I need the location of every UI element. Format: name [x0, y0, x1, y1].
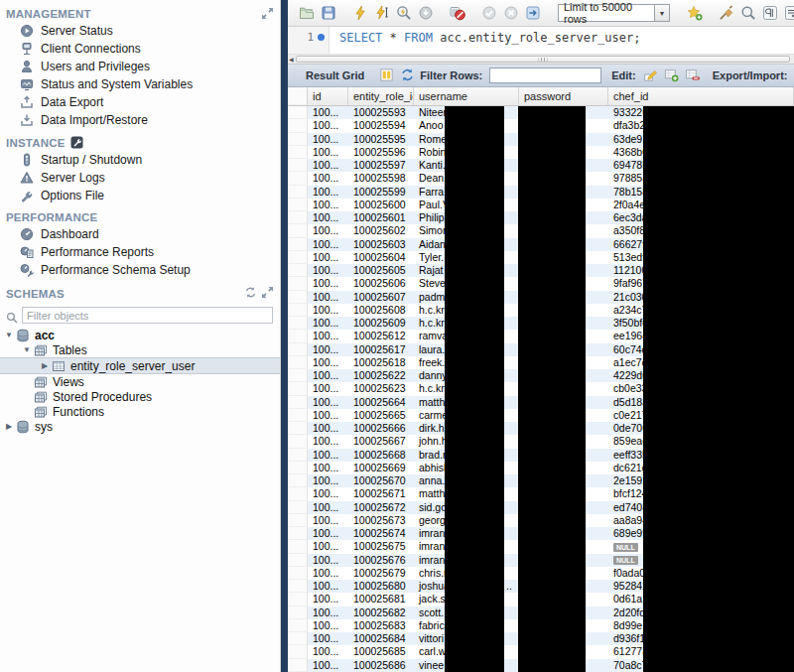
filter-rows-input[interactable]	[489, 67, 601, 83]
column-filter-icon[interactable]	[378, 67, 395, 83]
cell-entity-role-id[interactable]: 100025606	[348, 277, 414, 290]
cell-entity-role-id[interactable]: 100025666	[348, 422, 414, 435]
row-selector[interactable]	[288, 580, 308, 593]
cell-id[interactable]: 100...	[308, 514, 348, 527]
cell-id[interactable]: 100...	[308, 238, 348, 251]
sidebar-item-server-logs[interactable]: Server Logs	[0, 169, 280, 187]
row-selector[interactable]	[288, 659, 308, 672]
cell-entity-role-id[interactable]: 100025607	[348, 291, 414, 304]
column-header-password[interactable]: password	[519, 87, 608, 105]
cell-id[interactable]: 100...	[308, 382, 348, 395]
sidebar-item-options-file[interactable]: Options File	[0, 187, 280, 204]
cell-entity-role-id[interactable]: 100025604	[348, 251, 414, 264]
invisibles-icon[interactable]	[762, 4, 778, 22]
row-selector[interactable]	[288, 277, 308, 290]
cell-id[interactable]: 100...	[308, 356, 348, 369]
cell-entity-role-id[interactable]: 100025672	[348, 501, 414, 514]
cell-id[interactable]: 100...	[308, 449, 348, 462]
row-selector[interactable]	[288, 291, 308, 304]
row-selector[interactable]	[288, 106, 308, 119]
cell-entity-role-id[interactable]: 100025668	[348, 449, 414, 462]
cell-entity-role-id[interactable]: 100025683	[348, 619, 414, 632]
chevron-down-icon[interactable]: ▼	[22, 345, 32, 354]
cell-entity-role-id[interactable]: 100025598	[348, 172, 414, 185]
find-icon[interactable]	[740, 4, 756, 22]
cell-id[interactable]: 100...	[308, 632, 348, 645]
cell-entity-role-id[interactable]: 100025673	[348, 514, 414, 527]
row-selector[interactable]	[288, 133, 308, 146]
cell-entity-role-id[interactable]: 100025618	[348, 356, 414, 369]
toggle-stop-on-error-icon[interactable]	[450, 4, 465, 22]
row-selector[interactable]	[288, 567, 308, 580]
row-selector[interactable]	[288, 172, 308, 185]
cell-entity-role-id[interactable]: 100025617	[348, 343, 414, 356]
commit-icon[interactable]	[481, 4, 497, 22]
result-grid-body[interactable]: 100...100025593Niteer933226c100...100025…	[288, 106, 794, 672]
cell-id[interactable]: 100...	[308, 277, 348, 290]
open-file-icon[interactable]	[299, 4, 315, 22]
cell-entity-role-id[interactable]: 100025597	[348, 159, 414, 172]
cell-entity-role-id[interactable]: 100025684	[348, 632, 414, 645]
tree-node-acc[interactable]: ▼acc	[0, 328, 280, 342]
cell-entity-role-id[interactable]: 100025600	[348, 199, 414, 211]
cell-id[interactable]: 100...	[308, 619, 348, 632]
cell-id[interactable]: 100...	[308, 593, 348, 605]
cell-entity-role-id[interactable]: 100025612	[348, 330, 414, 342]
cell-id[interactable]: 100...	[308, 554, 348, 567]
row-selector[interactable]	[288, 251, 308, 264]
cell-entity-role-id[interactable]: 100025674	[348, 527, 414, 540]
cell-id[interactable]: 100...	[308, 211, 348, 224]
cell-id[interactable]: 100...	[308, 317, 348, 330]
row-selector[interactable]	[288, 343, 308, 356]
scroll-left-arrow-icon[interactable]: ◀	[289, 56, 294, 64]
cell-entity-role-id[interactable]: 100025603	[348, 238, 414, 251]
beautify-icon[interactable]	[719, 4, 734, 22]
row-selector[interactable]	[288, 474, 308, 487]
rollback-icon[interactable]	[503, 4, 519, 22]
cell-id[interactable]: 100...	[308, 291, 348, 304]
cell-entity-role-id[interactable]: 100025608	[348, 304, 414, 317]
cell-id[interactable]: 100...	[308, 133, 348, 146]
cell-id[interactable]: 100...	[308, 199, 348, 211]
schema-filter-input[interactable]	[22, 307, 273, 324]
cell-id[interactable]: 100...	[308, 369, 348, 382]
schema-refresh-icon[interactable]	[244, 286, 257, 299]
cell-id[interactable]: 100...	[308, 224, 348, 237]
cell-id[interactable]: 100...	[308, 645, 348, 658]
cell-id[interactable]: 100...	[308, 343, 348, 356]
row-selector[interactable]	[288, 540, 308, 553]
cell-entity-role-id[interactable]: 100025667	[348, 435, 414, 448]
cell-entity-role-id[interactable]: 100025605	[348, 264, 414, 277]
cell-id[interactable]: 100...	[308, 462, 348, 474]
cell-id[interactable]: 100...	[308, 146, 348, 159]
row-selector[interactable]	[288, 119, 308, 132]
save-snippet-icon[interactable]	[687, 4, 703, 22]
sidebar-item-performance-schema-setup[interactable]: Performance Schema Setup	[0, 261, 280, 279]
cell-entity-role-id[interactable]: 100025686	[348, 659, 414, 672]
explain-icon[interactable]	[396, 4, 412, 22]
cell-id[interactable]: 100...	[308, 106, 348, 119]
column-header-id[interactable]: id	[308, 87, 348, 105]
cell-entity-role-id[interactable]: 100025599	[348, 186, 414, 199]
row-selector[interactable]	[288, 422, 308, 435]
sidebar-item-status-and-system-variables[interactable]: Status and System Variables	[0, 75, 280, 93]
sidebar-item-server-status[interactable]: Server Status	[0, 22, 280, 40]
cell-id[interactable]: 100...	[308, 422, 348, 435]
cell-entity-role-id[interactable]: 100025595	[348, 133, 414, 146]
execute-current-icon[interactable]	[374, 4, 390, 22]
cell-entity-role-id[interactable]: 100025596	[348, 146, 414, 159]
cell-entity-role-id[interactable]: 100025681	[348, 593, 414, 605]
cell-id[interactable]: 100...	[308, 435, 348, 448]
wrench-badge-icon[interactable]	[70, 136, 83, 149]
row-selector[interactable]	[288, 199, 308, 211]
row-selector[interactable]	[288, 396, 308, 409]
cell-id[interactable]: 100...	[308, 159, 348, 172]
row-selector[interactable]	[288, 527, 308, 540]
cell-id[interactable]: 100...	[308, 501, 348, 514]
cell-entity-role-id[interactable]: 100025671	[348, 487, 414, 500]
tree-node-functions[interactable]: Functions	[0, 404, 280, 419]
cell-id[interactable]: 100...	[308, 540, 348, 553]
refresh-icon[interactable]	[399, 67, 416, 83]
row-selector[interactable]	[288, 159, 308, 172]
edit-record-icon[interactable]	[642, 67, 659, 83]
